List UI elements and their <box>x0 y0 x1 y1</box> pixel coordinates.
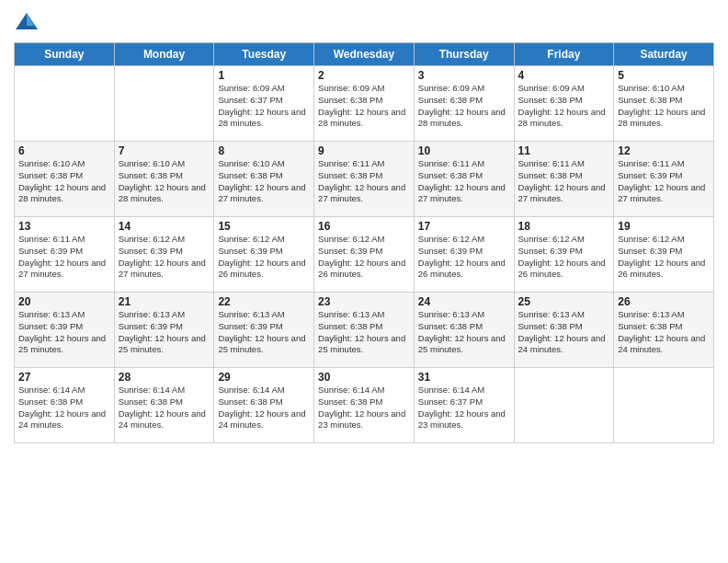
day-number: 6 <box>18 144 110 157</box>
day-info: Sunrise: 6:12 AM Sunset: 6:39 PM Dayligh… <box>318 234 410 281</box>
day-cell: 12Sunrise: 6:11 AM Sunset: 6:39 PM Dayli… <box>614 142 714 217</box>
day-number: 7 <box>119 144 210 157</box>
weekday-header-sunday: Sunday <box>15 43 115 66</box>
day-cell: 5Sunrise: 6:10 AM Sunset: 6:38 PM Daylig… <box>614 66 714 142</box>
day-info: Sunrise: 6:13 AM Sunset: 6:38 PM Dayligh… <box>618 309 710 356</box>
weekday-header-saturday: Saturday <box>614 43 714 66</box>
day-info: Sunrise: 6:09 AM Sunset: 6:38 PM Dayligh… <box>418 83 510 130</box>
week-row-2: 13Sunrise: 6:11 AM Sunset: 6:39 PM Dayli… <box>15 217 714 293</box>
day-info: Sunrise: 6:12 AM Sunset: 6:39 PM Dayligh… <box>618 234 710 281</box>
day-cell: 19Sunrise: 6:12 AM Sunset: 6:39 PM Dayli… <box>614 217 714 293</box>
day-number: 23 <box>318 295 410 308</box>
day-cell: 17Sunrise: 6:12 AM Sunset: 6:39 PM Dayli… <box>414 217 514 293</box>
day-cell: 16Sunrise: 6:12 AM Sunset: 6:39 PM Dayli… <box>314 217 415 293</box>
weekday-header-row: SundayMondayTuesdayWednesdayThursdayFrid… <box>15 43 714 66</box>
weekday-header-thursday: Thursday <box>414 43 514 66</box>
day-info: Sunrise: 6:10 AM Sunset: 6:38 PM Dayligh… <box>18 158 110 205</box>
day-cell: 24Sunrise: 6:13 AM Sunset: 6:38 PM Dayli… <box>414 293 514 368</box>
day-cell: 4Sunrise: 6:09 AM Sunset: 6:38 PM Daylig… <box>514 66 614 142</box>
day-cell <box>614 368 714 443</box>
day-info: Sunrise: 6:09 AM Sunset: 6:38 PM Dayligh… <box>518 83 610 130</box>
day-number: 18 <box>518 220 610 233</box>
day-info: Sunrise: 6:10 AM Sunset: 6:38 PM Dayligh… <box>119 158 210 205</box>
day-cell: 3Sunrise: 6:09 AM Sunset: 6:38 PM Daylig… <box>414 66 514 142</box>
day-number: 27 <box>18 371 110 384</box>
day-number: 9 <box>318 144 410 157</box>
day-cell: 13Sunrise: 6:11 AM Sunset: 6:39 PM Dayli… <box>15 217 115 293</box>
day-cell: 26Sunrise: 6:13 AM Sunset: 6:38 PM Dayli… <box>614 293 714 368</box>
day-info: Sunrise: 6:13 AM Sunset: 6:39 PM Dayligh… <box>119 309 210 356</box>
day-number: 1 <box>218 69 310 82</box>
day-number: 12 <box>618 144 710 157</box>
day-info: Sunrise: 6:11 AM Sunset: 6:38 PM Dayligh… <box>318 158 410 205</box>
day-number: 4 <box>518 69 610 82</box>
weekday-header-friday: Friday <box>514 43 614 66</box>
day-number: 3 <box>418 69 510 82</box>
day-cell <box>15 66 115 142</box>
day-info: Sunrise: 6:11 AM Sunset: 6:38 PM Dayligh… <box>418 158 510 205</box>
day-cell: 31Sunrise: 6:14 AM Sunset: 6:37 PM Dayli… <box>414 368 514 443</box>
day-info: Sunrise: 6:11 AM Sunset: 6:39 PM Dayligh… <box>618 158 710 205</box>
day-number: 14 <box>119 220 210 233</box>
day-cell: 1Sunrise: 6:09 AM Sunset: 6:37 PM Daylig… <box>214 66 314 142</box>
day-cell: 11Sunrise: 6:11 AM Sunset: 6:38 PM Dayli… <box>514 142 614 217</box>
day-number: 28 <box>119 371 210 384</box>
day-number: 10 <box>418 144 510 157</box>
day-cell: 23Sunrise: 6:13 AM Sunset: 6:38 PM Dayli… <box>314 293 415 368</box>
weekday-header-wednesday: Wednesday <box>314 43 415 66</box>
day-number: 19 <box>618 220 710 233</box>
day-info: Sunrise: 6:14 AM Sunset: 6:38 PM Dayligh… <box>119 385 210 431</box>
day-info: Sunrise: 6:14 AM Sunset: 6:38 PM Dayligh… <box>18 385 110 431</box>
day-cell: 20Sunrise: 6:13 AM Sunset: 6:39 PM Dayli… <box>15 293 115 368</box>
week-row-0: 1Sunrise: 6:09 AM Sunset: 6:37 PM Daylig… <box>15 66 714 142</box>
day-cell: 29Sunrise: 6:14 AM Sunset: 6:38 PM Dayli… <box>214 368 314 443</box>
day-cell: 14Sunrise: 6:12 AM Sunset: 6:39 PM Dayli… <box>114 217 214 293</box>
week-row-3: 20Sunrise: 6:13 AM Sunset: 6:39 PM Dayli… <box>15 293 714 368</box>
header <box>14 9 714 35</box>
day-number: 30 <box>318 371 410 384</box>
day-cell: 22Sunrise: 6:13 AM Sunset: 6:39 PM Dayli… <box>214 293 314 368</box>
day-cell: 18Sunrise: 6:12 AM Sunset: 6:39 PM Dayli… <box>514 217 614 293</box>
day-number: 25 <box>518 295 610 308</box>
day-info: Sunrise: 6:13 AM Sunset: 6:38 PM Dayligh… <box>318 309 410 356</box>
day-cell: 28Sunrise: 6:14 AM Sunset: 6:38 PM Dayli… <box>114 368 214 443</box>
day-number: 26 <box>618 295 710 308</box>
day-info: Sunrise: 6:14 AM Sunset: 6:38 PM Dayligh… <box>218 385 310 431</box>
logo-icon <box>14 9 40 35</box>
day-cell: 9Sunrise: 6:11 AM Sunset: 6:38 PM Daylig… <box>314 142 415 217</box>
day-info: Sunrise: 6:11 AM Sunset: 6:38 PM Dayligh… <box>518 158 610 205</box>
day-info: Sunrise: 6:12 AM Sunset: 6:39 PM Dayligh… <box>119 234 210 281</box>
logo <box>14 9 43 35</box>
day-cell: 21Sunrise: 6:13 AM Sunset: 6:39 PM Dayli… <box>114 293 214 368</box>
day-number: 11 <box>518 144 610 157</box>
day-info: Sunrise: 6:10 AM Sunset: 6:38 PM Dayligh… <box>218 158 310 205</box>
day-cell: 2Sunrise: 6:09 AM Sunset: 6:38 PM Daylig… <box>314 66 415 142</box>
day-cell: 27Sunrise: 6:14 AM Sunset: 6:38 PM Dayli… <box>15 368 115 443</box>
day-info: Sunrise: 6:09 AM Sunset: 6:37 PM Dayligh… <box>218 83 310 130</box>
day-number: 17 <box>418 220 510 233</box>
day-info: Sunrise: 6:11 AM Sunset: 6:39 PM Dayligh… <box>18 234 110 281</box>
day-info: Sunrise: 6:12 AM Sunset: 6:39 PM Dayligh… <box>518 234 610 281</box>
weekday-header-tuesday: Tuesday <box>214 43 314 66</box>
day-cell: 7Sunrise: 6:10 AM Sunset: 6:38 PM Daylig… <box>114 142 214 217</box>
day-number: 20 <box>18 295 110 308</box>
day-cell: 25Sunrise: 6:13 AM Sunset: 6:38 PM Dayli… <box>514 293 614 368</box>
day-number: 24 <box>418 295 510 308</box>
day-number: 13 <box>18 220 110 233</box>
day-info: Sunrise: 6:13 AM Sunset: 6:38 PM Dayligh… <box>518 309 610 356</box>
day-number: 16 <box>318 220 410 233</box>
day-cell: 8Sunrise: 6:10 AM Sunset: 6:38 PM Daylig… <box>214 142 314 217</box>
day-number: 8 <box>218 144 310 157</box>
day-number: 15 <box>218 220 310 233</box>
day-info: Sunrise: 6:13 AM Sunset: 6:39 PM Dayligh… <box>218 309 310 356</box>
day-number: 31 <box>418 371 510 384</box>
day-number: 29 <box>218 371 310 384</box>
week-row-4: 27Sunrise: 6:14 AM Sunset: 6:38 PM Dayli… <box>15 368 714 443</box>
day-info: Sunrise: 6:12 AM Sunset: 6:39 PM Dayligh… <box>418 234 510 281</box>
weekday-header-monday: Monday <box>114 43 214 66</box>
day-info: Sunrise: 6:09 AM Sunset: 6:38 PM Dayligh… <box>318 83 410 130</box>
day-info: Sunrise: 6:13 AM Sunset: 6:38 PM Dayligh… <box>418 309 510 356</box>
day-cell: 30Sunrise: 6:14 AM Sunset: 6:38 PM Dayli… <box>314 368 415 443</box>
day-info: Sunrise: 6:13 AM Sunset: 6:39 PM Dayligh… <box>18 309 110 356</box>
day-cell <box>114 66 214 142</box>
